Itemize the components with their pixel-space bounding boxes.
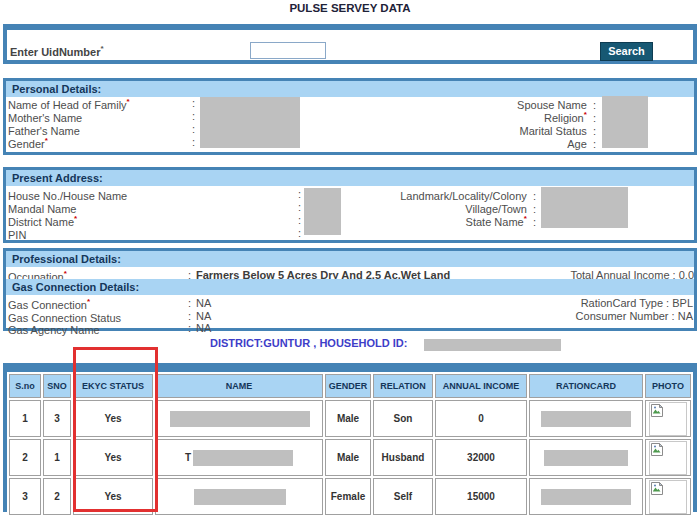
- col-header-annual-income: ANNUAL INCOME: [435, 374, 527, 398]
- required-mark: *: [64, 269, 67, 278]
- cell-sno2: 1: [43, 439, 71, 476]
- colon: :: [533, 216, 536, 228]
- redacted-rationcard: [544, 450, 628, 466]
- colon: :: [298, 201, 301, 213]
- colon: :: [188, 297, 191, 309]
- colon: :: [593, 138, 596, 150]
- colon: :: [298, 227, 301, 239]
- colon: :: [593, 99, 596, 111]
- cell-rationcard: [529, 478, 643, 515]
- col-header-rationcard: RATIONCARD: [529, 374, 643, 398]
- label-age: Age :: [567, 136, 596, 150]
- colon: :: [593, 112, 596, 124]
- search-button[interactable]: Search: [600, 42, 653, 61]
- uid-label: Enter UidNumber*: [10, 44, 104, 58]
- colon: :: [192, 97, 195, 109]
- col-header-photo: PHOTO: [645, 374, 691, 398]
- cell-annual-income: 0: [435, 400, 527, 437]
- consumer-number-value: NA: [678, 310, 693, 322]
- photo-placeholder: [649, 441, 687, 475]
- label-gas-connection: Gas Connection*: [8, 297, 90, 311]
- required-mark: *: [127, 97, 130, 106]
- cell-name: T: [155, 439, 323, 476]
- cell-relation: Husband: [373, 439, 433, 476]
- redacted-block-personal-left: [200, 97, 300, 148]
- redacted-block-address-right: [541, 187, 628, 228]
- cell-annual-income: 15000: [435, 478, 527, 515]
- redacted-block-personal-right: [602, 96, 648, 148]
- rationcard-type-value: BPL: [672, 297, 693, 309]
- gas-agency-name-value: NA: [196, 322, 211, 334]
- required-mark: *: [45, 136, 48, 145]
- label-marital-status: Marital Status :: [520, 123, 596, 137]
- uid-search-panel: [3, 24, 697, 64]
- district-household-line: DISTRICT:GUNTUR , HOUSEHOLD ID:: [210, 337, 407, 349]
- cell-ekyc: Yes: [73, 400, 153, 437]
- colon: :: [192, 123, 195, 135]
- cell-ekyc: Yes: [73, 478, 153, 515]
- label-village-town: Village/Town :: [465, 201, 536, 215]
- members-table-frame: S.no SNO EKYC STATUS NAME GENDER RELATIO…: [3, 363, 697, 512]
- redacted-block-household-id: [424, 339, 561, 351]
- col-header-ekyc-status: EKYC STATUS: [73, 374, 153, 398]
- cell-sno2: 3: [43, 400, 71, 437]
- col-header-sno1: S.no: [9, 374, 41, 398]
- colon: :: [593, 125, 596, 137]
- label-house-no: House No./House Name: [8, 188, 127, 202]
- professional-details-header: Professional Details:: [6, 251, 694, 267]
- broken-image-icon: [651, 443, 663, 456]
- cell-gender: Female: [325, 478, 371, 515]
- pulse-survey-page: PULSE SERVEY DATA Enter UidNumber* Searc…: [0, 0, 700, 515]
- uid-input[interactable]: [250, 42, 326, 59]
- cell-relation: Self: [373, 478, 433, 515]
- label-religion: Religion* :: [544, 110, 596, 124]
- broken-image-icon: [651, 404, 663, 417]
- cell-annual-income: 32000: [435, 439, 527, 476]
- table-row: 3 2 Yes Female Self 15000: [9, 478, 691, 515]
- colon: :: [188, 322, 191, 334]
- required-mark: *: [74, 214, 77, 223]
- redacted-name: [194, 489, 286, 505]
- label-mothers-name: Mother's Name: [8, 110, 82, 124]
- photo-placeholder: [649, 480, 687, 514]
- cell-ekyc: Yes: [73, 439, 153, 476]
- label-landmark: Landmark/Locality/Colony :: [400, 188, 536, 202]
- required-mark: *: [584, 110, 587, 119]
- col-header-sno2: SNO: [43, 374, 71, 398]
- photo-placeholder: [649, 402, 687, 436]
- colon: :: [533, 203, 536, 215]
- table-row: 2 1 Yes T Male Husband 32000: [9, 439, 691, 476]
- required-mark: *: [87, 297, 90, 306]
- label-head-of-family: Name of Head of Family*: [8, 97, 130, 111]
- members-table: S.no SNO EKYC STATUS NAME GENDER RELATIO…: [7, 372, 693, 515]
- label-gender: Gender*: [8, 136, 48, 150]
- redacted-rationcard: [541, 489, 631, 505]
- label-fathers-name: Father's Name: [8, 123, 80, 137]
- cell-name: [155, 400, 323, 437]
- label-spouse-name: Spouse Name :: [517, 97, 596, 111]
- gas-connection-value: NA: [196, 297, 211, 309]
- cell-sno2: 2: [43, 478, 71, 515]
- uid-label-text: Enter UidNumber: [10, 46, 100, 58]
- cell-gender: Male: [325, 400, 371, 437]
- broken-image-icon: [651, 482, 663, 495]
- redacted-rationcard: [541, 411, 631, 427]
- cell-photo: [645, 439, 691, 476]
- name-fragment: T: [185, 452, 191, 463]
- uid-required-mark: *: [100, 44, 103, 53]
- redacted-block-address-left: [304, 188, 341, 235]
- colon: :: [666, 297, 669, 309]
- col-header-gender: GENDER: [325, 374, 371, 398]
- present-address-header: Present Address:: [6, 170, 694, 186]
- cell-photo: [645, 478, 691, 515]
- cell-relation: Son: [373, 400, 433, 437]
- label-mandal-name: Mandal Name: [8, 201, 76, 215]
- required-mark: *: [524, 214, 527, 223]
- redacted-name: [170, 411, 310, 427]
- cell-name: [155, 478, 323, 515]
- col-header-relation: RELATION: [373, 374, 433, 398]
- label-district-name: District Name*: [8, 214, 77, 228]
- cell-rationcard: [529, 439, 643, 476]
- colon: :: [533, 190, 536, 202]
- cell-photo: [645, 400, 691, 437]
